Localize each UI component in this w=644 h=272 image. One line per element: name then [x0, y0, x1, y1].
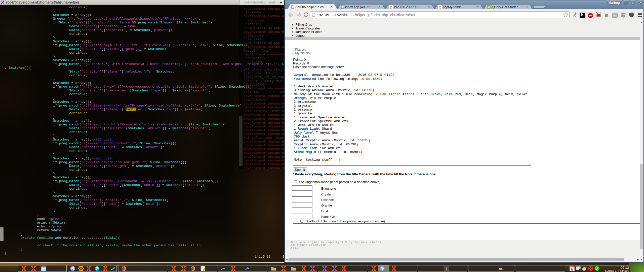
svg-text:PMA: PMA — [439, 8, 441, 9]
svg-text:PMA: PMA — [389, 8, 392, 9]
svg-text:S: S — [446, 267, 448, 270]
svg-text:as: as — [614, 14, 616, 17]
svg-text:CSS: CSS — [621, 14, 625, 15]
svg-text:ABP: ABP — [589, 15, 592, 16]
svg-text:FEB: FEB — [571, 270, 573, 271]
svg-text:4: 4 — [580, 269, 581, 271]
svg-text:w3: w3 — [488, 6, 491, 8]
